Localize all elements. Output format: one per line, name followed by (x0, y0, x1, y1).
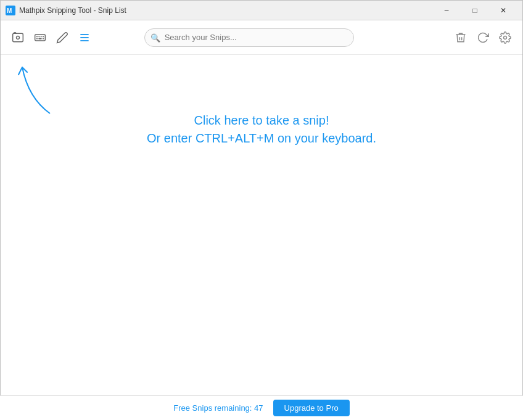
list-icon (78, 31, 91, 44)
right-tools (451, 28, 515, 47)
settings-icon (499, 31, 511, 44)
window-controls: – □ ✕ (432, 1, 517, 20)
keyboard-button[interactable] (30, 28, 50, 47)
trash-icon (455, 31, 467, 44)
center-text: Click here to take a snip! Or enter CTRL… (1, 113, 522, 146)
keyboard-icon (34, 31, 46, 44)
svg-point-3 (17, 36, 20, 39)
pen-icon (56, 31, 68, 44)
search-icon: 🔍 (150, 33, 160, 42)
search-bar: 🔍 (144, 28, 354, 47)
maximize-button[interactable]: □ (461, 1, 489, 20)
svg-rect-2 (13, 33, 23, 41)
pen-button[interactable] (52, 28, 72, 47)
title-bar: M Mathpix Snipping Tool - Snip List – □ … (1, 1, 522, 20)
keyboard-shortcut-label: Or enter CTRL+ALT+M on your keyboard. (1, 131, 522, 146)
minimize-button[interactable]: – (432, 1, 461, 20)
list-button[interactable] (75, 28, 94, 47)
footer: Free Snips remaining: 47 Upgrade to Pro (0, 395, 523, 420)
toolbar: 🔍 (1, 20, 522, 55)
click-here-label[interactable]: Click here to take a snip! (1, 113, 522, 128)
refresh-button[interactable] (473, 28, 493, 47)
app-logo-icon: M (6, 6, 15, 15)
window-title: Mathpix Snipping Tool - Snip List (19, 6, 432, 15)
svg-point-15 (503, 36, 506, 39)
search-input[interactable] (144, 28, 354, 47)
screenshot-icon (12, 31, 24, 44)
refresh-icon (477, 31, 489, 44)
upgrade-button[interactable]: Upgrade to Pro (273, 400, 350, 416)
settings-button[interactable] (495, 28, 515, 47)
arrow-icon (10, 61, 59, 117)
screenshot-button[interactable] (8, 28, 28, 47)
svg-text:M: M (7, 7, 12, 14)
free-snips-label: Free Snips remaining: 47 (173, 403, 263, 413)
close-button[interactable]: ✕ (489, 1, 517, 20)
svg-rect-4 (35, 35, 46, 41)
main-content: Click here to take a snip! Or enter CTRL… (1, 55, 522, 396)
trash-button[interactable] (451, 28, 471, 47)
